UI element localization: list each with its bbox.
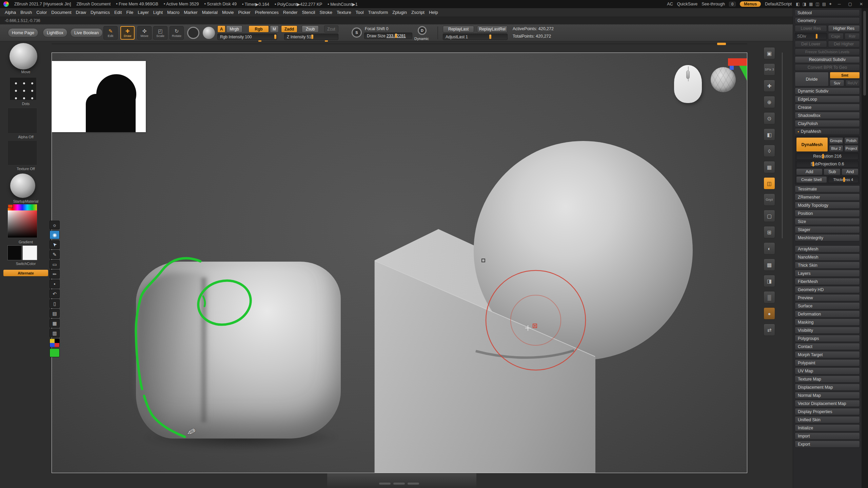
panel-divider[interactable] [782,53,783,238]
bpr-render-button[interactable]: ▣ BPR [764,47,775,59]
see-through-slider[interactable]: 0 [729,2,736,6]
blur-slider[interactable]: Blur 2 [829,145,843,152]
menu-item[interactable]: Dynamics [91,10,110,15]
menu-item[interactable]: Document [51,10,71,15]
smt-button[interactable]: Smt [830,72,860,79]
brush-thumbnail[interactable] [9,43,37,69]
scroll-button[interactable]: ✚ Scroll [764,80,775,92]
subpalette-item[interactable]: Texture Map [795,375,860,383]
alternate-button[interactable]: Alternate [3,270,48,276]
del-lower-button[interactable]: Del Lower [795,41,827,47]
palette-view-icon[interactable]: ▤ [822,2,826,6]
subpalette-item[interactable]: Geometry HD [795,286,860,293]
menu-item[interactable]: Material [202,10,218,15]
higher-res-button[interactable]: Higher Res [828,25,860,32]
subpalette-item[interactable]: EdgeLoop [795,96,860,103]
reuv-button[interactable]: ReUV [845,80,860,86]
resolution-slider[interactable]: Resolution 216 [796,153,859,160]
lower-res-button[interactable]: Lower Res [795,25,827,32]
frame-button[interactable]: ▢ Frame [764,210,775,222]
subpalette-item[interactable]: Display Properties [795,408,860,415]
zoom-button[interactable]: ⊕ Zoom [764,96,775,108]
draw-size-slider[interactable]: Draw Size 233.82281 [364,33,412,39]
subpalette-item[interactable]: Masking [795,319,860,326]
suv-button[interactable]: Suv [830,80,844,86]
bottom-scroll-segment[interactable] [393,483,405,485]
printer-icon[interactable]: ▤ [50,309,60,318]
bottom-scroll-segment[interactable] [379,483,391,485]
groups-button[interactable]: Groups [829,137,843,144]
texture-thumbnail[interactable] [7,140,37,165]
panel-scroll-handle[interactable] [863,11,866,96]
replay-last-button[interactable]: ReplayLast [443,26,474,33]
spotlight-button[interactable]: ◐ SpotLight [764,242,775,255]
thickness-slider[interactable]: Thickness 4 [828,176,859,183]
stroke-thumbnail[interactable] [9,77,37,100]
canvas-scroll-handle[interactable] [717,43,726,45]
freeze-subdivision-button[interactable]: Freeze SubDivision Levels [795,48,860,55]
subpalette-item[interactable]: NanoMesh [795,253,860,261]
subpalette-item[interactable]: Normal Map [795,392,860,399]
color-picker[interactable] [7,204,37,238]
menu-item[interactable]: File [126,10,133,15]
replay-last-rel-button[interactable]: ReplayLastRel [477,26,508,33]
subpalette-item[interactable]: Preview [795,294,860,301]
solo-button[interactable]: ● Solo [764,307,775,320]
dynamesh-section-header[interactable]: ● DynaMesh [795,128,860,135]
image-icon[interactable]: ▦ [50,319,60,328]
menu-item[interactable]: Alpha [5,10,16,15]
menu-item[interactable]: Movie [222,10,234,15]
dynamic-toggle[interactable]: Dynamic [414,37,429,41]
saturation-value-picker[interactable] [8,210,37,238]
menu-item[interactable]: Edit [114,10,122,15]
material-thumbnail[interactable] [10,174,35,198]
menu-item[interactable]: Macro [167,10,179,15]
subpalette-item[interactable]: Vector Displacement Map [795,400,860,407]
persp-button[interactable]: ◊ Persp [764,145,775,157]
subpalette-item[interactable]: Size [795,218,860,225]
subpalette-item[interactable]: Surface [795,302,860,309]
ac-toggle[interactable]: AC [667,2,673,6]
rotate-button[interactable]: ↻ Rotate [170,26,184,40]
subpalette-item[interactable]: Import [795,432,860,440]
gxyz-button[interactable]: Gxyz [764,194,775,206]
sub-button[interactable]: Sub [824,168,841,175]
create-shell-button[interactable]: Create Shell [796,176,827,183]
aahalf-button[interactable]: ◧ AAHalf [764,128,775,141]
menu-item[interactable]: Zscript [411,10,425,15]
trash-icon[interactable]: ▯ [50,299,60,308]
cursor-icon[interactable]: ➤ [50,240,60,249]
zcut-button[interactable]: Zcut [324,25,338,33]
subpalette-item[interactable]: ZRemesher [795,194,860,201]
add-button[interactable]: Add [796,168,823,175]
live-boolean-button[interactable]: Live Boolean [70,28,103,37]
subpalette-item[interactable]: Contact [795,343,860,350]
menu-item[interactable]: Marker [184,10,197,15]
subpalette-item[interactable]: FiberMesh [795,278,860,285]
ghost-button[interactable]: ▒ Ghost [764,291,775,303]
menu-item[interactable]: Stencil [302,10,315,15]
color-palette-icon[interactable] [50,339,60,347]
focal-shift-label[interactable]: Focal Shift 0 [365,26,388,31]
dynamic-ring-icon[interactable]: D [418,26,427,35]
close-icon[interactable]: ✕ [858,2,865,6]
geometry-palette-header[interactable]: Geometry [795,17,860,24]
subpalette-item[interactable]: ShadowBox [795,112,860,119]
canvas-scroll-track[interactable] [52,43,747,44]
menu-item[interactable]: Preferences [255,10,279,15]
quicksave-button[interactable]: QuickSave [677,2,697,6]
menu-item[interactable]: Draw [76,10,86,15]
menu-item[interactable]: Help [429,10,438,15]
subpalette-item[interactable]: MeshIntegrity [795,234,860,241]
menu-item[interactable]: Light [153,10,163,15]
subtool-palette-header[interactable]: Subtool [795,9,860,16]
and-button[interactable]: And [842,168,859,175]
menu-item[interactable]: Transform [368,10,388,15]
undo-icon[interactable]: ↶ [50,289,60,298]
rgb-button[interactable]: Rgb [249,25,269,33]
bottom-scroll-segment[interactable] [408,483,419,485]
pen-icon[interactable]: ✏ [50,270,60,279]
pencil-icon[interactable]: ✎ [50,250,60,259]
subpalette-item[interactable]: Crease [795,104,860,111]
subpalette-item[interactable]: UV Map [795,367,860,374]
